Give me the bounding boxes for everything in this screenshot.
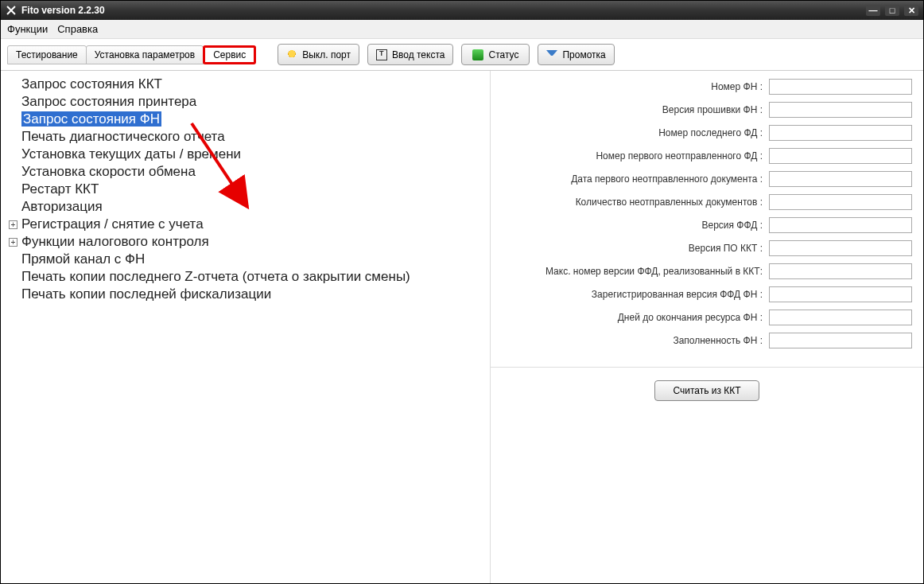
ffd-version-field[interactable] <box>769 217 912 233</box>
tree-item[interactable]: Запрос состояния принтера <box>4 93 487 111</box>
form-label: Дата первого неотправленного документа : <box>571 173 763 185</box>
kkt-sw-version-field[interactable] <box>769 240 912 256</box>
form-row: Версия ФФД : <box>502 217 912 233</box>
port-off-button[interactable]: Выкл. порт <box>278 44 359 65</box>
status-button[interactable]: Статус <box>461 44 530 65</box>
tree-panel: Запрос состояния ККТ Запрос состояния пр… <box>1 71 490 583</box>
form-row: Версия прошивки ФН : <box>502 102 912 118</box>
tree-item[interactable]: Установка скорости обмена <box>4 163 487 181</box>
reg-ffd-fn-field[interactable] <box>769 286 912 302</box>
empty-space <box>491 414 923 583</box>
expander-icon[interactable]: + <box>9 238 17 247</box>
button-area: Считать из ККТ <box>491 368 923 414</box>
tree-item[interactable]: Рестарт ККТ <box>4 181 487 198</box>
form-row: Дата первого неотправленного документа : <box>502 171 912 187</box>
minimize-button[interactable]: — <box>866 5 880 16</box>
form-label: Дней до окончания ресурса ФН : <box>618 312 763 323</box>
fn-fill-field[interactable] <box>769 333 912 348</box>
form-row: Количество неотправленных документов : <box>502 194 912 210</box>
tree-item[interactable]: Печать копии последней фискализации <box>4 286 487 303</box>
form-row: Номер ФН : <box>502 79 912 95</box>
menubar: Функции Справка <box>1 20 923 39</box>
form-label: Версия ФФД : <box>701 220 763 231</box>
tab-testing[interactable]: Тестирование <box>7 45 87 64</box>
port-off-label: Выкл. порт <box>302 49 351 60</box>
form-label: Заполненность ФН : <box>673 335 763 346</box>
expander-icon[interactable]: + <box>9 220 17 229</box>
fn-firmware-field[interactable] <box>769 102 912 118</box>
scroll-label: Промотка <box>562 49 605 60</box>
read-kkt-button[interactable]: Считать из ККТ <box>654 380 759 401</box>
form-row: Дней до окончания ресурса ФН : <box>502 310 912 325</box>
first-unsent-date-field[interactable] <box>769 171 912 187</box>
text-icon <box>376 49 387 60</box>
tree-item[interactable]: Установка текущих даты / времени <box>4 146 487 163</box>
form-label: Зарегистрированная версия ФФД ФН : <box>592 289 763 300</box>
tree-item[interactable]: Печать копии последнего Z-отчета (отчета… <box>4 268 487 286</box>
bulb-icon <box>286 49 297 60</box>
tree-item[interactable]: Печать диагностического отчета <box>4 128 487 146</box>
form-row: Зарегистрированная версия ФФД ФН : <box>502 286 912 302</box>
fn-number-field[interactable] <box>769 79 912 95</box>
form-label: Версия прошивки ФН : <box>662 104 763 115</box>
content-area: Запрос состояния ККТ Запрос состояния пр… <box>1 71 923 583</box>
first-unsent-fd-field[interactable] <box>769 148 912 164</box>
status-label: Статус <box>488 49 518 60</box>
days-remaining-field[interactable] <box>769 310 912 325</box>
scroll-button[interactable]: Промотка <box>538 44 614 65</box>
app-window: Fito version 2.2.30 — □ ✕ Функции Справк… <box>0 0 924 584</box>
close-button[interactable]: ✕ <box>904 5 918 16</box>
window-title: Fito version 2.2.30 <box>21 5 866 16</box>
form-row: Номер последнего ФД : <box>502 125 912 141</box>
status-icon <box>472 49 483 60</box>
form-panel: Номер ФН : Версия прошивки ФН : Номер по… <box>491 71 923 368</box>
max-ffd-kkt-field[interactable] <box>769 263 912 279</box>
titlebar: Fito version 2.2.30 — □ ✕ <box>1 1 923 20</box>
tabset: Тестирование Установка параметров Сервис <box>7 45 255 64</box>
form-row: Макс. номер версии ФФД, реализованный в … <box>502 263 912 279</box>
window-controls: — □ ✕ <box>866 5 918 16</box>
form-label: Количество неотправленных документов : <box>576 197 763 208</box>
form-label: Номер первого неотправленного ФД : <box>596 150 763 162</box>
toolbar-row: Тестирование Установка параметров Сервис… <box>1 39 923 71</box>
menu-help[interactable]: Справка <box>57 23 98 35</box>
form-row: Заполненность ФН : <box>502 333 912 348</box>
form-label: Номер ФН : <box>711 81 763 92</box>
right-panel: Номер ФН : Версия прошивки ФН : Номер по… <box>490 71 923 583</box>
form-label: Макс. номер версии ФФД, реализованный в … <box>545 266 763 277</box>
tree-item[interactable]: Авторизация <box>4 198 487 216</box>
form-row: Версия ПО ККТ : <box>502 240 912 256</box>
tab-params[interactable]: Установка параметров <box>86 45 204 64</box>
maximize-button[interactable]: □ <box>885 5 899 16</box>
tree-item[interactable]: Запрос состояния ККТ <box>4 76 487 93</box>
unsent-count-field[interactable] <box>769 194 912 210</box>
tree-item-expandable[interactable]: + Функции налогового контроля <box>4 233 487 251</box>
tool-buttons: Выкл. порт Ввод текста Статус Промотка <box>278 44 615 65</box>
function-tree: Запрос состояния ККТ Запрос состояния пр… <box>4 76 487 303</box>
form-row: Номер первого неотправленного ФД : <box>502 148 912 164</box>
input-text-label: Ввод текста <box>392 49 445 60</box>
input-text-button[interactable]: Ввод текста <box>367 44 453 65</box>
tab-service[interactable]: Сервис <box>203 45 256 64</box>
app-icon <box>6 5 17 16</box>
tree-item-expandable[interactable]: + Регистрация / снятие с учета <box>4 216 487 233</box>
chevron-down-icon <box>546 50 557 61</box>
form-label: Номер последнего ФД : <box>658 127 763 138</box>
last-fd-field[interactable] <box>769 125 912 141</box>
form-label: Версия ПО ККТ : <box>689 243 763 254</box>
tree-item[interactable]: Прямой канал с ФН <box>4 251 487 268</box>
tree-item-selected[interactable]: Запрос состояния ФН <box>4 111 487 128</box>
menu-functions[interactable]: Функции <box>7 23 48 35</box>
